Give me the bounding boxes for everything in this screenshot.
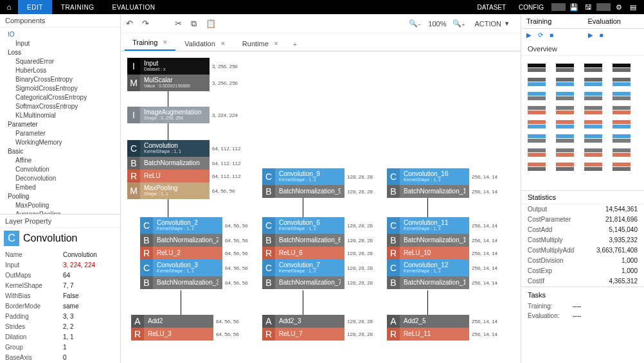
stop-icon[interactable]: ■ <box>600 31 604 39</box>
graph-node[interactable]: CConvolution_7KernelShape : 1, 1128, 28,… <box>262 260 375 276</box>
category-loss[interactable]: Loss <box>0 48 120 57</box>
category-basic[interactable]: Basic <box>0 147 120 156</box>
prop-value[interactable]: False <box>63 292 78 301</box>
component-item[interactable]: SigmoidCrossEntropy <box>0 84 120 93</box>
graph-node[interactable]: MMulScalarValue : 0.003921568863, 256, 2… <box>127 75 240 91</box>
graph-node[interactable]: BBatchNormalization64, 112, 112 <box>127 157 240 170</box>
redo-icon[interactable]: ↷ <box>142 19 149 28</box>
close-icon[interactable]: ✕ <box>163 39 168 46</box>
category-io[interactable]: IO <box>0 30 120 39</box>
component-item[interactable]: Deconvolution <box>0 174 120 183</box>
graph-node[interactable]: AAdd264, 56, 56 <box>131 315 244 328</box>
zoom-out-icon[interactable]: 🔍₋ <box>409 19 422 28</box>
graph-node[interactable]: AAdd2_5256, 14, 14 <box>387 315 500 328</box>
graph-node[interactable]: RReLU_6128, 28, 28 <box>262 247 375 260</box>
component-item[interactable]: Input <box>0 39 120 48</box>
graph-node[interactable]: MMaxPoolingShape : 1, 164, 56, 56 <box>127 182 240 199</box>
close-icon[interactable]: ✕ <box>220 40 226 47</box>
graph-node[interactable]: RReLU_10256, 14, 14 <box>387 247 500 260</box>
prop-value[interactable]: same <box>63 302 78 311</box>
prop-value[interactable]: Convolution <box>63 251 97 260</box>
gear-icon[interactable]: ⚙ <box>612 3 626 12</box>
list-icon[interactable]: ▤ <box>626 3 640 12</box>
tab-dataset[interactable]: DATASET <box>470 0 512 14</box>
overview-minimap[interactable] <box>521 56 644 191</box>
graph-node[interactable]: IImageAugmentationShape : 3, 256, 2563, … <box>127 107 240 123</box>
graph-node[interactable]: RReLU_364, 56, 56 <box>131 328 244 341</box>
graph-node[interactable]: BBatchNormalization_364, 56, 56 <box>140 276 253 289</box>
category-pooling[interactable]: Pooling <box>0 192 120 201</box>
play-icon[interactable]: ▶ <box>526 31 532 39</box>
prop-key: KernelShape <box>5 281 63 290</box>
graph-node[interactable]: RReLU64, 112, 112 <box>127 170 240 182</box>
graph-node[interactable]: CConvolutionKernelShape : 1, 164, 112, 1… <box>127 140 240 157</box>
graph-node[interactable]: BBatchNormalization_10256, 14, 14 <box>387 234 500 247</box>
prop-value[interactable]: 3, 3 <box>63 312 74 321</box>
right-tab-training[interactable]: Training <box>521 14 583 28</box>
tab-config[interactable]: CONFIG <box>512 0 550 14</box>
graph-node[interactable]: BBatchNormalization_6128, 28, 28 <box>262 234 375 247</box>
prop-value[interactable]: 1, 1 <box>63 333 74 342</box>
prop-value[interactable]: 1 <box>63 343 67 352</box>
component-item[interactable]: Parameter <box>0 129 120 138</box>
play-icon[interactable]: ▶ <box>588 31 593 39</box>
node-block: Convolution_12KernelShape : 1, 1 <box>400 260 469 276</box>
prop-value[interactable]: 7, 7 <box>63 281 74 290</box>
graph-node[interactable]: BBatchNormalization_12256, 14, 14 <box>387 276 500 289</box>
component-item[interactable]: SoftmaxCrossEntropy <box>0 102 120 111</box>
component-item[interactable]: Embed <box>0 183 120 192</box>
component-item[interactable]: CategoricalCrossEntropy <box>0 93 120 102</box>
close-icon[interactable]: ✕ <box>274 40 279 47</box>
graph-node[interactable]: CConvolution_9KernelShape : 1, 1128, 28,… <box>262 168 375 185</box>
undo-icon[interactable]: ↶ <box>126 19 133 28</box>
graph-canvas[interactable]: IInputDataset : x3, 256, 256MMulScalarVa… <box>121 51 521 363</box>
graph-node[interactable]: CConvolution_12KernelShape : 1, 1256, 14… <box>387 260 500 276</box>
graph-node[interactable]: CConvolution_2KernelShape : 1, 164, 56, … <box>140 217 253 234</box>
graph-node[interactable]: CConvolution_16KernelShape : 1, 1256, 14… <box>387 168 500 185</box>
prop-value[interactable]: 2, 2 <box>63 323 74 332</box>
save-icon[interactable]: 💾 <box>567 3 581 12</box>
category-parameter[interactable]: Parameter <box>0 120 120 129</box>
paste-icon[interactable]: 📋 <box>206 19 216 28</box>
save-as-icon[interactable]: 🖫 <box>581 3 595 11</box>
graph-node[interactable]: IInputDataset : x3, 256, 256 <box>127 58 240 75</box>
prop-value[interactable]: 0 <box>63 353 67 362</box>
tab-evaluation[interactable]: EVALUATION <box>103 0 165 14</box>
prop-value[interactable]: 64 <box>63 271 70 280</box>
add-tab-button[interactable]: + <box>288 38 302 51</box>
component-item[interactable]: KLMultinomial <box>0 111 120 120</box>
home-icon[interactable]: ⌂ <box>0 0 18 14</box>
component-item[interactable]: WorkingMemory <box>0 138 120 147</box>
copy-icon[interactable]: ⧉ <box>191 19 197 29</box>
stop-icon[interactable]: ■ <box>550 31 553 39</box>
cut-icon[interactable]: ✂ <box>175 19 182 28</box>
graph-node[interactable]: CConvolution_11KernelShape : 1, 1256, 14… <box>387 217 500 234</box>
graph-node[interactable]: BBatchNormalization_9128, 28, 28 <box>262 185 375 198</box>
graph-node[interactable]: CConvolution_3KernelShape : 1, 164, 56, … <box>140 260 253 276</box>
graph-node[interactable]: AAdd2_3128, 28, 28 <box>262 315 375 328</box>
graph-node[interactable]: BBatchNormalization_16256, 14, 14 <box>387 185 500 198</box>
component-item[interactable]: Affine <box>0 156 120 165</box>
graph-tab-runtime[interactable]: Runtime✕ <box>235 36 287 51</box>
tab-edit[interactable]: EDIT <box>18 0 52 14</box>
graph-node[interactable]: RReLU_11256, 14, 14 <box>387 328 500 341</box>
graph-node[interactable]: BBatchNormalization_7128, 28, 28 <box>262 276 375 289</box>
tab-training[interactable]: TRAINING <box>52 0 103 14</box>
graph-node[interactable]: RReLU_7128, 28, 28 <box>262 328 375 341</box>
component-item[interactable]: BinaryCrossEntropy <box>0 75 120 84</box>
component-item[interactable]: SquaredError <box>0 57 120 66</box>
prop-value[interactable]: 3, 224, 224 <box>63 261 95 270</box>
component-item[interactable]: Convolution <box>0 165 120 174</box>
component-item[interactable]: HuberLoss <box>0 66 120 75</box>
graph-tab-validation[interactable]: Validation✕ <box>177 36 233 51</box>
action-dropdown[interactable]: ACTION ▾ <box>474 19 509 28</box>
graph-node[interactable]: BBatchNormalization_264, 56, 56 <box>140 234 253 247</box>
resume-icon[interactable]: ⟳ <box>538 31 543 39</box>
graph-tab-training[interactable]: Training✕ <box>125 35 175 51</box>
right-tab-evaluation[interactable]: Evaluation <box>583 14 645 28</box>
zoom-in-icon[interactable]: 🔍₊ <box>452 19 465 28</box>
graph-node[interactable]: CConvolution_6KernelShape : 1, 1128, 28,… <box>262 217 375 234</box>
component-item[interactable]: MaxPooling <box>0 201 120 210</box>
graph-node[interactable]: RReLU_264, 56, 56 <box>140 247 253 260</box>
stat-key: CostExp <box>528 267 622 276</box>
